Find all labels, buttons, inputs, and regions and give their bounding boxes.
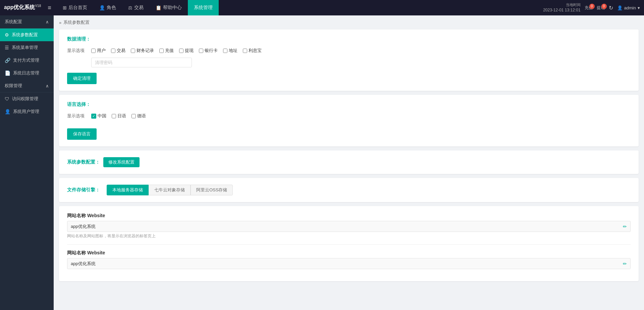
sidebar-item-params-label: 系统参数配置 xyxy=(12,32,38,38)
datetime-value: 2023-12-01 13:12:01 xyxy=(543,7,580,13)
app-version: V18 xyxy=(35,4,41,8)
checkbox-ja[interactable]: 日语 xyxy=(112,113,126,119)
nav-system[interactable]: 系统管理 xyxy=(188,0,219,15)
sidebar-permission-label: 权限管理 xyxy=(5,83,22,89)
website-name-1-group: 网站名称 Website ✏ 网站名称及网站图标，将显示在浏览器的标签页上 xyxy=(67,213,631,239)
checkbox-user-input[interactable] xyxy=(91,49,96,53)
user-label: admin xyxy=(624,5,636,10)
menu-icon: ☰ xyxy=(5,45,9,50)
file-storage-card: 文件存储引擎： 本地服务器存储 七牛云对象存储 阿里云OSS存储 xyxy=(59,178,639,202)
checkbox-trade[interactable]: 交易 xyxy=(111,48,125,54)
checkbox-trade-input[interactable] xyxy=(111,49,115,53)
website-config-card: 网站名称 Website ✏ 网站名称及网站图标，将显示在浏览器的标签页上 网站… xyxy=(59,206,639,281)
sys-params-row: 系统参数配置： 修改系统配置 xyxy=(67,157,631,167)
nav-help-label: 帮助中心 xyxy=(163,5,182,11)
chevron-down-icon: ▾ xyxy=(638,5,640,10)
checkbox-address[interactable]: 地址 xyxy=(223,48,237,54)
website-name-1-input-row: ✏ xyxy=(67,221,631,232)
top-nav: app优化系统V18 ≡ ⊞ 后台首页 👤 角色 ⚖ 交易 📋 帮助中心 系统管… xyxy=(0,0,644,15)
tab-qiniu-storage[interactable]: 七牛云对象存储 xyxy=(149,185,191,195)
sidebar-item-users-label: 系统用户管理 xyxy=(13,109,39,115)
sidebar-item-payment[interactable]: 🔗 支付方式管理 xyxy=(0,54,54,67)
breadcrumb-current: 系统参数配置 xyxy=(63,19,90,25)
website-name-1-input[interactable] xyxy=(67,221,620,232)
datetime-block: 当地时间 2023-12-01 13:12:01 xyxy=(543,2,580,13)
tab-aliyun-storage[interactable]: 阿里云OSS存储 xyxy=(191,185,233,195)
edit-icon-2[interactable]: ✏ xyxy=(620,261,630,266)
withdraw-button[interactable]: 0 提现 xyxy=(597,5,605,11)
user-icon: 👤 xyxy=(617,5,623,10)
website-name-2-input[interactable] xyxy=(67,258,620,269)
display-options-label: 显示选项 xyxy=(67,48,87,54)
file-storage-row: 文件存储引擎： 本地服务器存储 七牛云对象存储 阿里云OSS存储 xyxy=(67,185,631,195)
checkbox-finance-label: 财务记录 xyxy=(137,48,154,54)
sidebar-section-permission[interactable]: 权限管理 ∧ xyxy=(0,79,54,92)
sidebar-item-params[interactable]: ⚙ 系统参数配置 xyxy=(0,28,54,41)
nav-dashboard-label: 后台首页 xyxy=(68,5,87,11)
gear-icon: ⚙ xyxy=(5,32,9,38)
edit-icon-1[interactable]: ✏ xyxy=(620,224,630,229)
clean-password-input[interactable] xyxy=(91,58,192,67)
nav-items: ⊞ 后台首页 👤 角色 ⚖ 交易 📋 帮助中心 系统管理 xyxy=(57,0,543,15)
checkbox-withdraw-input[interactable] xyxy=(179,49,183,53)
sidebar-item-users[interactable]: 👤 系统用户管理 xyxy=(0,105,54,118)
modify-sys-config-button[interactable]: 修改系统配置 xyxy=(103,157,140,167)
sidebar-item-menu[interactable]: ☰ 系统菜单管理 xyxy=(0,41,54,54)
checkbox-ja-input[interactable] xyxy=(112,114,116,118)
recharge-button[interactable]: 0 充值 xyxy=(585,5,593,11)
checkbox-lixibao-label: 利息宝 xyxy=(249,48,262,54)
nav-role[interactable]: 👤 角色 xyxy=(93,0,122,15)
checkbox-address-input[interactable] xyxy=(223,49,227,53)
checkbox-de-input[interactable] xyxy=(131,114,136,118)
checkbox-recharge[interactable]: 充值 xyxy=(159,48,174,54)
checkbox-de[interactable]: 德语 xyxy=(131,113,146,119)
refresh-icon[interactable]: ↻ xyxy=(609,5,613,11)
hamburger-icon[interactable]: ≡ xyxy=(48,4,51,11)
withdraw-badge: 0 xyxy=(601,4,607,9)
recharge-badge: 0 xyxy=(589,4,595,9)
checkbox-recharge-label: 充值 xyxy=(165,48,174,54)
sidebar-item-payment-label: 支付方式管理 xyxy=(13,57,39,63)
checkbox-finance[interactable]: 财务记录 xyxy=(131,48,154,54)
nav-dashboard[interactable]: ⊞ 后台首页 xyxy=(57,0,93,15)
checkbox-zh-checked xyxy=(91,114,96,119)
website-name-2-input-row: ✏ xyxy=(67,258,631,269)
tab-local-storage[interactable]: 本地服务器存储 xyxy=(107,185,149,195)
app-name-text: app优化系统 xyxy=(4,5,35,10)
checkbox-bank[interactable]: 银行卡 xyxy=(199,48,218,54)
checkbox-recharge-input[interactable] xyxy=(159,49,164,53)
nav-transaction-label: 交易 xyxy=(134,5,144,11)
language-options-row: 显示选项 中国 日语 德语 xyxy=(67,113,631,119)
file-storage-title: 文件存储引擎： xyxy=(67,187,100,193)
checkbox-lixibao[interactable]: 利息宝 xyxy=(243,48,262,54)
checkbox-withdraw[interactable]: 提现 xyxy=(179,48,194,54)
datetime-label: 当地时间 xyxy=(543,2,580,7)
dashboard-icon: ⊞ xyxy=(63,5,67,10)
data-clean-options-row: 显示选项 用户 交易 财务记录 充值 xyxy=(67,48,631,54)
checkbox-zh-label: 中国 xyxy=(98,113,106,119)
checkbox-bank-input[interactable] xyxy=(199,49,203,53)
checkbox-address-label: 地址 xyxy=(229,48,237,54)
checkbox-de-label: 德语 xyxy=(137,113,146,119)
sidebar-item-log[interactable]: 📄 系统日志管理 xyxy=(0,67,54,79)
sidebar-section-system-config[interactable]: 系统配置 ∧ xyxy=(0,15,54,28)
nav-help[interactable]: 📋 帮助中心 xyxy=(150,0,188,15)
nav-transaction[interactable]: ⚖ 交易 xyxy=(122,0,150,15)
checkbox-user-label: 用户 xyxy=(97,48,106,54)
save-language-button[interactable]: 保存语言 xyxy=(67,128,97,140)
language-checkboxes: 中国 日语 德语 xyxy=(91,113,146,119)
link-icon: 🔗 xyxy=(5,58,10,63)
sidebar-item-access[interactable]: 🛡 访问权限管理 xyxy=(0,92,54,105)
language-card: 语言选择： 显示选项 中国 日语 德语 保存语言 xyxy=(59,95,639,146)
checkbox-user[interactable]: 用户 xyxy=(91,48,106,54)
chevron-icon: ∧ xyxy=(46,19,49,24)
checkbox-zh[interactable]: 中国 xyxy=(91,113,106,119)
website-name-1-label: 网站名称 Website xyxy=(67,213,631,219)
user-menu[interactable]: 👤 admin ▾ xyxy=(617,5,640,10)
checkbox-lixibao-input[interactable] xyxy=(243,49,247,53)
checkbox-finance-input[interactable] xyxy=(131,49,135,53)
confirm-clean-button[interactable]: 确定清理 xyxy=(67,73,97,84)
sys-params-card: 系统参数配置： 修改系统配置 xyxy=(59,150,639,174)
breadcrumb-arrow: » xyxy=(59,20,61,25)
help-icon: 📋 xyxy=(156,5,161,10)
